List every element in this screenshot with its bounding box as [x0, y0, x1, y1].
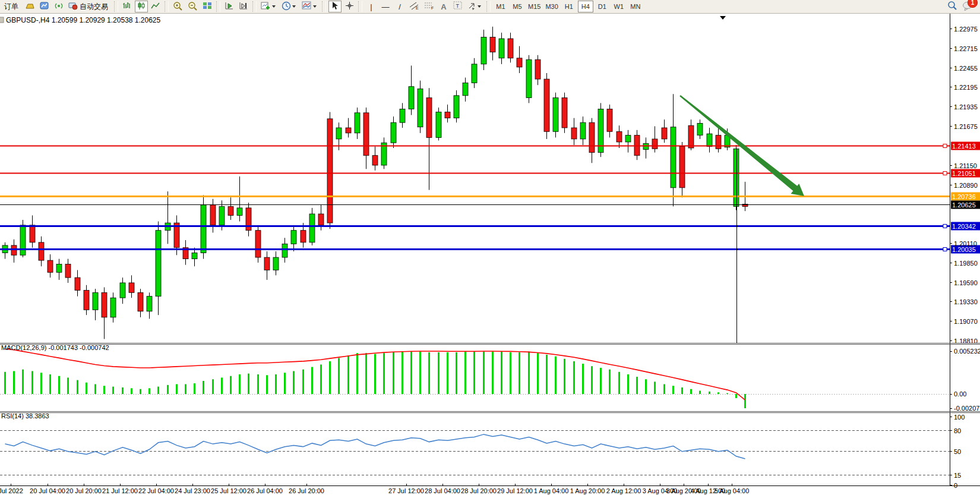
line-chart-icon — [151, 1, 160, 12]
macd-bar — [464, 351, 466, 394]
macd-bar — [257, 374, 259, 394]
price-axis-label: 1.19590 — [954, 279, 978, 286]
autotrading-label: 自动交易 — [80, 2, 108, 12]
search-button[interactable] — [945, 1, 959, 12]
auto-scroll-icon — [225, 1, 234, 12]
trendline-button[interactable]: / — [393, 1, 406, 12]
chart-shift-button[interactable] — [237, 1, 250, 12]
dropdown-caret-icon[interactable] — [292, 5, 296, 8]
macd-bar — [709, 392, 710, 394]
line-handle[interactable] — [943, 172, 947, 175]
new-chart-button[interactable] — [259, 1, 279, 12]
zoom-out-button[interactable] — [186, 1, 200, 12]
dropdown-caret-icon[interactable] — [272, 5, 276, 8]
macd-bar — [203, 381, 204, 394]
chart-bars-button[interactable] — [121, 1, 134, 12]
periods-button[interactable] — [280, 1, 299, 12]
macd-bar — [31, 371, 33, 394]
macd-bar — [600, 368, 602, 394]
macd-bar — [49, 374, 51, 394]
time-axis-label: 20 Jul 04:00 — [30, 487, 65, 494]
candle — [544, 73, 549, 139]
autotrading-icon — [68, 1, 78, 12]
timeframe-m1-button[interactable]: M1 — [493, 1, 508, 12]
macd-bar — [419, 351, 421, 394]
time-axis-label: 22 Jul 04:00 — [138, 487, 174, 494]
line-handle[interactable] — [943, 225, 947, 228]
zoom-in-button[interactable] — [171, 1, 185, 12]
chart-candles-button[interactable] — [135, 1, 148, 12]
timeframe-mn-button[interactable]: MN — [628, 1, 643, 12]
chart-line-button[interactable] — [149, 1, 162, 12]
macd-bar — [67, 377, 69, 394]
cursor-button[interactable] — [328, 1, 342, 12]
timeframe-h1-button[interactable]: H1 — [561, 1, 577, 12]
line-handle[interactable] — [943, 144, 947, 148]
macd-bar — [40, 373, 42, 394]
candle — [327, 112, 333, 229]
toolbar-separator — [216, 1, 220, 12]
text-button[interactable]: A — [437, 1, 450, 12]
chart-canvas[interactable]: 1.214131.210511.207361.206251.203421.200… — [0, 14, 980, 495]
macd-bar — [374, 354, 376, 394]
signals-button[interactable] — [52, 1, 65, 12]
svg-text:E: E — [416, 6, 419, 10]
macd-bar — [167, 385, 169, 394]
macd-indicator-label: MACD(12,26,9) -0.001743 -0.000742 — [1, 344, 109, 351]
macd-bar — [221, 377, 223, 394]
zoom-in-icon — [173, 1, 183, 12]
timeframe-w1-button[interactable]: W1 — [611, 1, 627, 12]
macd-bar — [176, 384, 178, 394]
dropdown-caret-icon[interactable] — [478, 5, 481, 8]
macd-bar — [582, 364, 584, 394]
gold-toolbox-button[interactable] — [23, 1, 37, 12]
notifications-button[interactable]: 1 — [960, 1, 975, 12]
new-order-button[interactable]: 订单 — [1, 1, 22, 12]
fibonacci-button[interactable]: F — [422, 1, 436, 12]
timeframe-group: M1M5M15M30H1H4D1W1MN — [492, 1, 644, 12]
text-label-button[interactable]: T — [451, 1, 464, 12]
crosshair-button[interactable] — [343, 1, 356, 12]
time-axis-label: 25 Jul 12:00 — [211, 487, 246, 494]
horizontal-line-button[interactable]: — — [379, 1, 392, 12]
time-axis-label: 26 Jul 04:00 — [247, 487, 283, 494]
macd-bar — [672, 386, 674, 394]
auto-scroll-button[interactable] — [223, 1, 236, 12]
autotrading-button[interactable]: 自动交易 — [67, 1, 112, 12]
timeframe-h4-button[interactable]: H4 — [578, 1, 593, 12]
macd-bar — [618, 372, 620, 394]
macd-bar — [645, 379, 647, 394]
chart-root: 1.214131.210511.207361.206251.203421.200… — [0, 14, 980, 495]
time-axis-label: 27 Jul 12:00 — [388, 487, 424, 494]
channel-button[interactable]: E — [407, 1, 421, 12]
macd-bar — [528, 351, 530, 394]
macd-bar — [58, 376, 60, 394]
timeframe-m5-button[interactable]: M5 — [510, 1, 525, 12]
timeframe-d1-button[interactable]: D1 — [595, 1, 610, 12]
macd-bar — [393, 352, 394, 394]
rsi-axis-label: 15 — [954, 472, 961, 479]
macd-bar — [103, 386, 105, 394]
search-icon — [947, 1, 957, 12]
time-axis-label: 2 Aug 12:00 — [606, 487, 641, 494]
tile-windows-button[interactable] — [201, 1, 214, 12]
line-handle[interactable] — [943, 248, 947, 251]
candle — [553, 93, 558, 138]
macd-bar — [157, 387, 159, 394]
vertical-line-button[interactable]: | — [365, 1, 378, 12]
trendline-icon: / — [399, 3, 401, 11]
shapes-button[interactable] — [466, 1, 484, 12]
notification-badge[interactable]: 1 — [968, 0, 978, 8]
time-axis-label: 24 Jul 23:00 — [175, 487, 210, 494]
reports-button[interactable] — [38, 1, 51, 12]
time-axis-label: 28 Jul 04:00 — [425, 487, 460, 494]
dropdown-caret-icon[interactable] — [313, 5, 317, 8]
timeframe-m15-button[interactable]: M15 — [526, 1, 542, 12]
indicators-button[interactable] — [300, 1, 320, 12]
macd-bar — [365, 353, 367, 394]
chart-window[interactable]: 1.214131.210511.207361.206251.203421.200… — [0, 14, 980, 495]
macd-bar — [248, 374, 249, 394]
rsi-axis-label: 50 — [954, 448, 961, 455]
macd-bar — [735, 394, 737, 398]
timeframe-m30-button[interactable]: M30 — [543, 1, 559, 12]
